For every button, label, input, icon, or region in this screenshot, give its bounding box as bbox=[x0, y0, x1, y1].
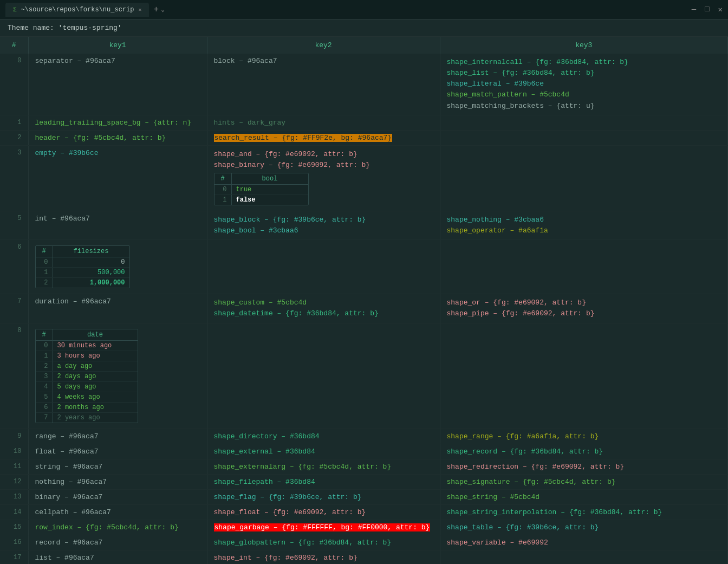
row-12-key2-text: shape_filepath – #36bd84 bbox=[214, 478, 315, 486]
minimize-button[interactable]: — bbox=[692, 5, 696, 14]
row-1-key1-text: leading_trailing_space_bg – {attr: n} bbox=[35, 119, 192, 127]
row-12-key1-text: nothing – #96aca7 bbox=[35, 478, 107, 486]
row-14-key1: cellpath – #96aca7 bbox=[28, 504, 207, 520]
row-13-key3-text: shape_string – #5cbc4d bbox=[447, 493, 540, 501]
date-mini-row-5: 5 4 weeks ago bbox=[36, 392, 138, 403]
row-15-key2-garbage: shape_garbage – {fg: #FFFFFF, bg: #FF000… bbox=[214, 523, 431, 531]
row-10-key1-text: float – #96aca7 bbox=[35, 448, 99, 456]
row-2-key1: header – {fg: #5cbc4d, attr: b} bbox=[28, 130, 207, 145]
row-13-key1-text: binary – #96aca7 bbox=[35, 493, 103, 501]
table-row: 6 # filesizes 0 0 1 500,000 bbox=[0, 240, 728, 294]
row-13-key2-text: shape_flag – {fg: #39b6ce, attr: b} bbox=[214, 493, 362, 501]
row-16-key2-text: shape_globpattern – {fg: #36bd84, attr: … bbox=[214, 539, 392, 547]
row-1-key3 bbox=[440, 115, 728, 130]
row-11-key3: shape_redirection – {fg: #e69092, attr: … bbox=[440, 459, 728, 474]
table-row: 16 record – #96aca7 shape_globpattern – … bbox=[0, 535, 728, 550]
row-5-key1: int – #96aca7 bbox=[28, 211, 207, 239]
row-9-key1: range – #96aca7 bbox=[28, 429, 207, 444]
date-mini-table: # date 0 30 minutes ago 1 3 hours ago 2 … bbox=[35, 329, 138, 423]
row-num-8: 8 bbox=[0, 323, 28, 429]
col-header-key2: key2 bbox=[207, 37, 440, 54]
row-15-key3-text: shape_table – {fg: #39b6ce, attr: b} bbox=[447, 523, 599, 531]
row-3-key2-text1: shape_and – {fg: #e69092, attr: b} bbox=[214, 149, 433, 160]
row-15-key2: shape_garbage – {fg: #FFFFFF, bg: #FF000… bbox=[207, 520, 440, 535]
row-13-key2: shape_flag – {fg: #39b6ce, attr: b} bbox=[207, 489, 440, 504]
row-num-16: 16 bbox=[0, 535, 28, 550]
row-13-key3: shape_string – #5cbc4d bbox=[440, 489, 728, 504]
row-14-key2-text: shape_float – {fg: #e69092, attr: b} bbox=[214, 508, 366, 516]
row-14-key2: shape_float – {fg: #e69092, attr: b} bbox=[207, 504, 440, 520]
row-num-14: 14 bbox=[0, 504, 28, 520]
close-button[interactable]: ✕ bbox=[718, 5, 723, 14]
row-num-15: 15 bbox=[0, 520, 28, 535]
tab-label: ~\source\repos\forks\nu_scrip bbox=[21, 6, 134, 14]
table-row: 17 list – #96aca7 shape_int – {fg: #e690… bbox=[0, 550, 728, 564]
row-num-0: 0 bbox=[0, 54, 28, 115]
row-17-key2-text: shape_int – {fg: #e69092, attr: b} bbox=[214, 554, 358, 562]
bool-mini-row-0-val: true bbox=[232, 185, 308, 195]
bool-mini-row-1: 1 false bbox=[214, 195, 308, 205]
tab-close-icon[interactable]: ✕ bbox=[138, 7, 141, 13]
new-tab-button[interactable]: + bbox=[153, 5, 159, 15]
row-15-key1-text: row_index – {fg: #5cbc4d, attr: b} bbox=[35, 523, 179, 531]
row-16-key2: shape_globpattern – {fg: #36bd84, attr: … bbox=[207, 535, 440, 550]
row-0-key1-text: separator – #96aca7 bbox=[35, 57, 115, 65]
row-8-key1: # date 0 30 minutes ago 1 3 hours ago 2 … bbox=[28, 323, 207, 429]
titlebar: Σ ~\source\repos\forks\nu_scrip ✕ + ⌄ — … bbox=[0, 0, 728, 20]
row-12-key3-text: shape_signature – {fg: #5cbc4d, attr: b} bbox=[447, 478, 616, 486]
date-mini-row-7: 7 2 years ago bbox=[36, 413, 138, 423]
row-1-key1: leading_trailing_space_bg – {attr: n} bbox=[28, 115, 207, 130]
tab-dropdown-button[interactable]: ⌄ bbox=[161, 5, 165, 14]
row-3-key2: shape_and – {fg: #e69092, attr: b} shape… bbox=[207, 145, 440, 211]
col-header-key3: key3 bbox=[440, 37, 728, 54]
row-9-key2: shape_directory – #36bd84 bbox=[207, 429, 440, 444]
filesizes-mini-header: # filesizes bbox=[36, 246, 129, 257]
theme-name-text: Theme name: 'tempus-spring' bbox=[8, 24, 122, 32]
row-2-key3 bbox=[440, 130, 728, 145]
row-num-7: 7 bbox=[0, 294, 28, 323]
date-mini-row-5-val: 4 weeks ago bbox=[53, 392, 138, 402]
table-row: 2 header – {fg: #5cbc4d, attr: b} search… bbox=[0, 130, 728, 145]
row-num-10: 10 bbox=[0, 444, 28, 459]
table-row: 11 string – #96aca7 shape_externalarg – … bbox=[0, 459, 728, 474]
bool-mini-th-bool: bool bbox=[232, 173, 308, 184]
bool-mini-header: # bool bbox=[214, 173, 308, 185]
date-mini-row-4: 4 5 days ago bbox=[36, 382, 138, 392]
maximize-button[interactable]: □ bbox=[705, 5, 709, 14]
filesizes-mini-row-1-num: 1 bbox=[36, 268, 53, 277]
table-row: 0 separator – #96aca7 block – #96aca7 sh… bbox=[0, 54, 728, 115]
filesizes-mini-row-1-val: 500,000 bbox=[53, 268, 129, 277]
row-17-key1-text: list – #96aca7 bbox=[35, 554, 94, 562]
table-header-row: # key1 key2 key3 bbox=[0, 37, 728, 54]
row-17-key2: shape_int – {fg: #e69092, attr: b} bbox=[207, 550, 440, 564]
bool-mini-row-1-val: false bbox=[232, 195, 308, 205]
row-5-key1-text: int – #96aca7 bbox=[35, 215, 90, 223]
row-num-12: 12 bbox=[0, 474, 28, 489]
row-17-key3 bbox=[440, 550, 728, 564]
date-mini-row-2-val: a day ago bbox=[53, 361, 138, 371]
row-3-key3 bbox=[440, 145, 728, 211]
row-8-key2 bbox=[207, 323, 440, 429]
table-row: 7 duration – #96aca7 shape_custom – #5cb… bbox=[0, 294, 728, 323]
row-3-key1-text: empty – #39b6ce bbox=[35, 149, 99, 157]
date-mini-row-7-val: 2 years ago bbox=[53, 413, 138, 423]
table-row: 14 cellpath – #96aca7 shape_float – {fg:… bbox=[0, 504, 728, 520]
row-7-key2-text2: shape_datetime – {fg: #36bd84, attr: b} bbox=[214, 308, 433, 319]
table-row: 15 row_index – {fg: #5cbc4d, attr: b} sh… bbox=[0, 520, 728, 535]
date-mini-row-3-val: 2 days ago bbox=[53, 372, 138, 381]
date-mini-row-2: 2 a day ago bbox=[36, 361, 138, 372]
filesizes-mini-row-0: 0 0 bbox=[36, 257, 129, 268]
date-mini-th-date: date bbox=[53, 329, 138, 340]
row-5-key3-text2: shape_operator – #a6af1a bbox=[447, 225, 722, 236]
date-mini-row-0-val: 30 minutes ago bbox=[53, 341, 138, 351]
bool-mini-table: # bool 0 true 1 false bbox=[214, 173, 309, 205]
terminal-tab[interactable]: Σ ~\source\repos\forks\nu_scrip ✕ bbox=[5, 3, 149, 17]
row-14-key1-text: cellpath – #96aca7 bbox=[35, 508, 111, 516]
row-num-13: 13 bbox=[0, 489, 28, 504]
row-7-key1-text: duration – #96aca7 bbox=[35, 297, 111, 306]
row-7-key2: shape_custom – #5cbc4d shape_datetime – … bbox=[207, 294, 440, 323]
row-10-key2-text: shape_external – #36bd84 bbox=[214, 448, 315, 456]
filesizes-mini-row-2-val: 1,000,000 bbox=[53, 278, 129, 288]
row-11-key1-text: string – #96aca7 bbox=[35, 463, 103, 471]
row-12-key2: shape_filepath – #36bd84 bbox=[207, 474, 440, 489]
